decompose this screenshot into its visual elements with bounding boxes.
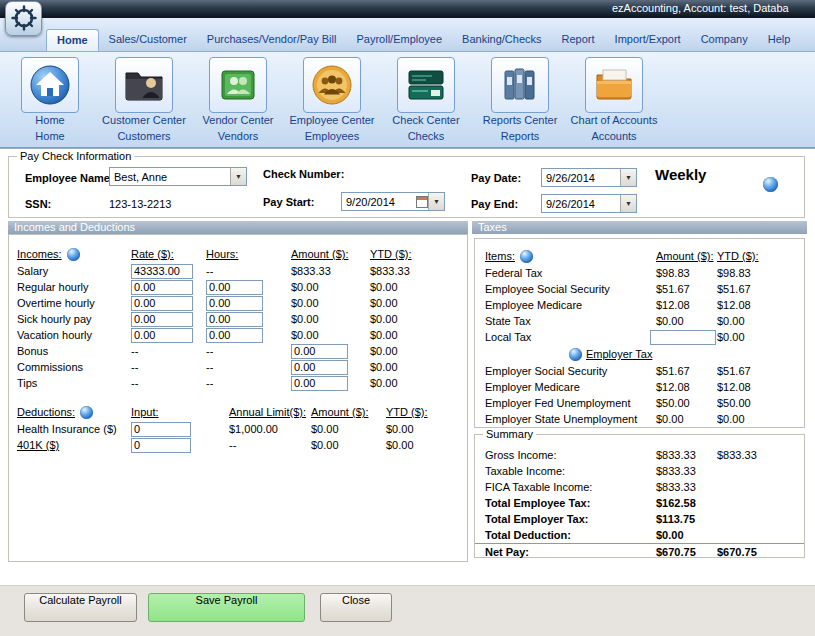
- vacation-hours-input[interactable]: [206, 328, 263, 343]
- employee-name-select[interactable]: Best, Anne ▼: [109, 167, 247, 186]
- 401k-input[interactable]: [131, 438, 191, 453]
- chevron-down-icon[interactable]: ▼: [620, 169, 636, 186]
- chart-of-accounts-icon: [585, 57, 643, 113]
- toolbar-reports-center[interactable]: Reports Center Reports: [476, 57, 564, 142]
- tax-label: Employee Medicare: [475, 299, 656, 311]
- vacation-rate-input[interactable]: [131, 328, 193, 343]
- tax-label: Federal Tax: [475, 267, 656, 279]
- tax-label: Employer Medicare: [475, 381, 656, 393]
- deduction-label: Health Insurance ($): [9, 423, 131, 435]
- summary-label: Gross Income:: [475, 449, 656, 461]
- tab-banking-checks[interactable]: Banking/Checks: [452, 29, 552, 51]
- ytd-value: $0.00: [370, 329, 467, 341]
- summary-header: Summary: [483, 428, 536, 440]
- toolbar-item-sublabel[interactable]: Employees: [305, 130, 359, 142]
- local-tax-input[interactable]: [650, 330, 716, 345]
- close-button[interactable]: Close: [320, 593, 392, 622]
- toolbar-vendor-center[interactable]: Vendor Center Vendors: [194, 57, 282, 142]
- toolbar-item-sublabel[interactable]: Customers: [117, 130, 170, 142]
- toolbar-item-label: Check Center: [392, 114, 459, 126]
- regular-rate-input[interactable]: [131, 280, 193, 295]
- incomes-header: Incomes:: [17, 248, 62, 260]
- tab-help[interactable]: Help: [758, 29, 801, 51]
- tab-report[interactable]: Report: [552, 29, 605, 51]
- income-label: Overtime hourly: [9, 297, 131, 309]
- pay-start-value: 9/20/2014: [342, 196, 416, 208]
- deduction-401k-link[interactable]: 401K ($): [17, 439, 59, 451]
- help-globe-icon[interactable]: [520, 250, 533, 263]
- tab-company[interactable]: Company: [691, 29, 758, 51]
- pay-date-value: 9/26/2014: [542, 172, 620, 184]
- toolbar-customer-center[interactable]: Customer Center Customers: [100, 57, 188, 142]
- toolbar-item-sublabel[interactable]: Accounts: [591, 130, 636, 142]
- ytd-value: $0.00: [370, 313, 467, 325]
- tab-sales-customer[interactable]: Sales/Customer: [99, 29, 197, 51]
- amount-value: $0.00: [656, 315, 717, 327]
- toolbar-item-label: Customer Center: [102, 114, 186, 126]
- ytd-column-header: YTD ($):: [370, 248, 467, 260]
- income-row-tips: Tips -- -- $0.00: [9, 375, 467, 391]
- help-globe-icon[interactable]: [67, 248, 80, 261]
- chevron-down-icon[interactable]: ▼: [428, 193, 444, 210]
- amount-column-header: Amount ($):: [656, 250, 717, 262]
- tab-import-export[interactable]: Import/Export: [605, 29, 691, 51]
- app-menu-button[interactable]: [5, 1, 42, 36]
- pay-date-select[interactable]: 9/26/2014 ▼: [541, 168, 637, 187]
- hours-value: --: [206, 345, 291, 357]
- chevron-down-icon[interactable]: ▼: [620, 195, 636, 212]
- overtime-hours-input[interactable]: [206, 296, 263, 311]
- summary-row-net-pay: Net Pay: $670.75 $670.75: [475, 543, 804, 559]
- ytd-value: $50.00: [717, 397, 804, 409]
- save-payroll-button[interactable]: Save Payroll: [148, 593, 305, 622]
- regular-hours-input[interactable]: [206, 280, 263, 295]
- chevron-down-icon[interactable]: ▼: [230, 168, 246, 185]
- amount-value: $0.00: [311, 423, 386, 435]
- commissions-amount-input[interactable]: [291, 360, 348, 375]
- check-center-icon: [397, 57, 455, 113]
- help-globe-icon[interactable]: [763, 177, 778, 192]
- tax-label: Employee Social Security: [475, 283, 656, 295]
- tab-payroll-employee[interactable]: Payroll/Employee: [346, 29, 452, 51]
- toolbar-home[interactable]: Home Home: [6, 57, 94, 142]
- income-label: Sick hourly pay: [9, 313, 131, 325]
- toolbar-chart-of-accounts[interactable]: Chart of Accounts Accounts: [570, 57, 658, 142]
- calculate-payroll-button[interactable]: Calculate Payroll: [24, 593, 137, 622]
- income-row-bonus: Bonus -- -- $0.00: [9, 343, 467, 359]
- tax-row-employer-state-unemployment: Employer State Unemployment $0.00 $0.00: [475, 411, 804, 427]
- toolbar-item-sublabel[interactable]: Home: [35, 130, 64, 142]
- toolbar-item-sublabel[interactable]: Reports: [501, 130, 540, 142]
- bonus-amount-input[interactable]: [291, 344, 348, 359]
- ytd-value: $0.00: [370, 377, 467, 389]
- tab-home[interactable]: Home: [46, 29, 99, 51]
- salary-rate-input[interactable]: [131, 264, 193, 279]
- amount-column-header: Amount ($):: [311, 406, 386, 418]
- pay-end-select[interactable]: 9/26/2014 ▼: [541, 194, 637, 213]
- amount-value: $12.08: [656, 299, 717, 311]
- overtime-rate-input[interactable]: [131, 296, 193, 311]
- sick-rate-input[interactable]: [131, 312, 193, 327]
- pay-start-datepicker[interactable]: 9/20/2014 ▼: [341, 192, 445, 211]
- pay-start-label: Pay Start:: [263, 196, 314, 208]
- help-globe-icon[interactable]: [80, 406, 93, 419]
- tax-row-employer-fed-unemployment: Employer Fed Unemployment $50.00 $50.00: [475, 395, 804, 411]
- incomes-panel-header: Incomes and Deductions: [8, 221, 468, 234]
- sick-hours-input[interactable]: [206, 312, 263, 327]
- ytd-column-header: YTD ($):: [717, 250, 804, 262]
- help-globe-icon[interactable]: [569, 348, 582, 361]
- health-insurance-input[interactable]: [131, 422, 191, 437]
- toolbar-item-sublabel[interactable]: Checks: [408, 130, 445, 142]
- calendar-icon[interactable]: [416, 196, 428, 208]
- employee-center-icon: [303, 57, 361, 113]
- menu-tab-bar: Home Sales/Customer Purchases/Vendor/Pay…: [0, 18, 815, 52]
- rate-value: --: [131, 345, 206, 357]
- tab-purchases-vendor-pay-bill[interactable]: Purchases/Vendor/Pay Bill: [197, 29, 347, 51]
- toolbar-item-sublabel[interactable]: Vendors: [218, 130, 258, 142]
- toolbar-check-center[interactable]: Check Center Checks: [382, 57, 470, 142]
- ytd-value: $98.83: [717, 267, 804, 279]
- tips-amount-input[interactable]: [291, 376, 348, 391]
- ytd-value: $0.00: [370, 281, 467, 293]
- summary-row-total-employee-tax: Total Employee Tax: $162.58: [475, 495, 804, 511]
- toolbar-employee-center[interactable]: Employee Center Employees: [288, 57, 376, 142]
- ytd-value: $833.33: [370, 265, 467, 277]
- amount-value: $0.00: [291, 329, 370, 341]
